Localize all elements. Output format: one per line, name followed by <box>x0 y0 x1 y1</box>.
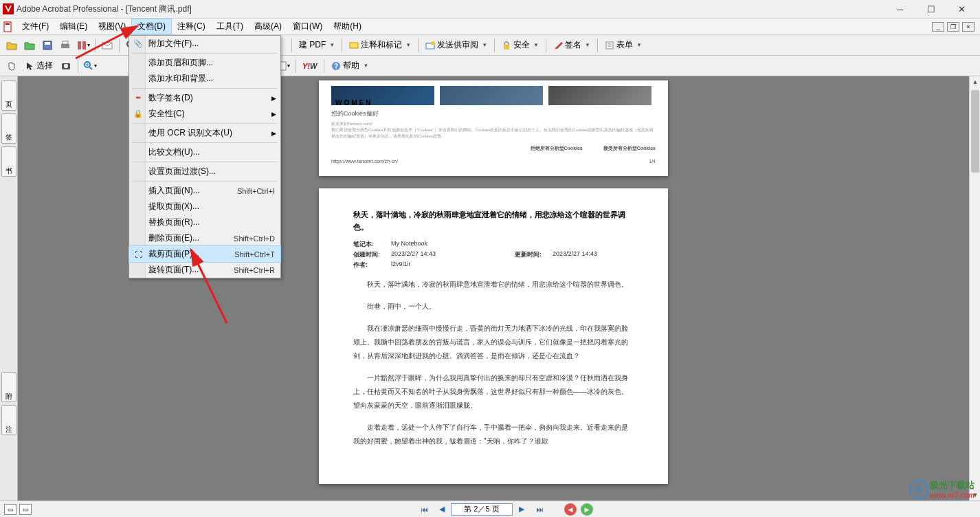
yw-button[interactable]: Y!W <box>299 58 320 74</box>
window-controls: ─ ☐ ✕ <box>884 0 977 18</box>
print-button[interactable] <box>57 37 74 54</box>
submenu-arrow-icon: ▶ <box>271 95 276 102</box>
menu-document[interactable]: 文档(D) <box>131 19 172 34</box>
watermark-url: www.xz7.com <box>930 492 975 499</box>
sign-button[interactable]: 签名▼ <box>549 38 594 52</box>
last-page-button[interactable]: ⏭ <box>532 503 547 516</box>
maximize-button[interactable]: ☐ <box>915 0 946 18</box>
forward-view-button[interactable]: ► <box>581 503 593 516</box>
svg-rect-16 <box>606 42 613 49</box>
select-tool-button[interactable]: 选择 <box>21 58 57 73</box>
cookie-pref-title: 您的Cookies偏好 <box>331 109 656 118</box>
annotate-button[interactable]: 注释和标记▼ <box>345 38 415 52</box>
menu-security[interactable]: 🔒安全性(C)▶ <box>129 106 280 122</box>
menu-page-transitions[interactable]: 设置页面过渡(S)... <box>129 164 280 179</box>
para-2: 街巷，雨中，一个人。 <box>353 300 634 314</box>
save-button[interactable] <box>39 37 56 54</box>
view-mode-1-button[interactable]: ▭ <box>4 504 16 515</box>
mdi-minimize[interactable]: _ <box>932 22 944 32</box>
back-view-button[interactable]: ◄ <box>564 503 577 516</box>
help-label: 帮助 <box>343 60 359 72</box>
comments-tab[interactable]: 注 <box>1 405 16 435</box>
author-label: 作者: <box>353 261 391 270</box>
para-1: 秋天，落叶满地，冷寂的秋雨肆意地宣泄着它的情绪，用悲凉给这个喧嚣的世界调色。 <box>353 278 634 292</box>
help-button[interactable]: ?帮助▼ <box>327 58 372 73</box>
mdi-restore[interactable]: ❐ <box>947 22 959 32</box>
select-label: 选择 <box>36 60 53 72</box>
menu-comment[interactable]: 注释(C) <box>172 19 211 34</box>
page1-number: 1/4 <box>649 159 656 164</box>
menu-file[interactable]: 文件(F) <box>16 19 54 34</box>
svg-rect-8 <box>82 41 86 50</box>
vertical-scrollbar[interactable]: ▲ ▼ <box>969 76 980 500</box>
menu-replace-pages[interactable]: 替换页面(R)... <box>129 214 280 230</box>
page2-title: 秋天，落叶满地，冷寂的秋雨肆意地宣泄着它的情绪，用悲凉给这个喧嚣的世界调色。 <box>353 209 634 233</box>
mdi-close[interactable]: × <box>962 22 975 32</box>
page-number-input[interactable] <box>451 503 513 516</box>
created-value: 2023/2/27 14:43 <box>391 250 474 259</box>
pages-tab[interactable]: 页 <box>1 80 16 111</box>
menu-advanced[interactable]: 高级(A) <box>249 19 287 34</box>
menu-rotate-pages[interactable]: 旋转页面(T)...Shift+Ctrl+R <box>129 262 280 278</box>
first-page-button[interactable]: ⏮ <box>416 503 432 516</box>
menu-insert-pages[interactable]: 插入页面(N)...Shift+Ctrl+I <box>129 183 280 199</box>
menu-extract-pages[interactable]: 提取页面(X)... <box>129 199 280 214</box>
cookie-reject-button: 拒绝所有分析型Cookies <box>531 145 583 152</box>
svg-rect-6 <box>63 41 68 44</box>
security-button[interactable]: 安全▼ <box>498 38 543 52</box>
forms-label: 表单 <box>616 39 633 51</box>
menu-add-header-footer[interactable]: 添加页眉和页脚... <box>129 55 280 71</box>
open-button[interactable] <box>3 37 20 54</box>
signatures-tab[interactable]: 签 <box>1 113 16 144</box>
pdf-page-2: 秋天，落叶满地，冷寂的秋雨肆意地宣泄着它的情绪，用悲凉给这个喧嚣的世界调色。 笔… <box>319 188 668 484</box>
cookie-body-text: 我们希望使用分析型Cookies和其他类似技术（"Cookies"）来改善我们的… <box>331 127 656 140</box>
minimize-button[interactable]: ─ <box>884 0 915 18</box>
para-5: 走着走着，远处一个人停下了自行车，手中攥着一把伞，匆匆向我走来。近看走来的是我的… <box>353 421 634 448</box>
pdf-page-1: 您的Cookies偏好 欢迎来到Tencent.com! 我们希望使用分析型Co… <box>319 80 668 176</box>
author-value: l2v9l1ir <box>391 261 411 270</box>
zoom-in-button[interactable]: ▾ <box>82 58 98 74</box>
paperclip-icon: 📎 <box>133 38 144 50</box>
menu-delete-pages[interactable]: 删除页面(E)...Shift+Ctrl+D <box>129 230 280 246</box>
forms-button[interactable]: 表单▼ <box>601 38 646 52</box>
watermark-logo-icon: G <box>909 480 928 499</box>
watermark-text: 极光下载站 <box>930 479 975 492</box>
menu-ocr[interactable]: 使用 OCR 识别文本(U)▶ <box>129 125 280 141</box>
view-mode-2-button[interactable]: ▭ <box>19 504 32 515</box>
submenu-arrow-icon: ▶ <box>271 130 276 137</box>
mdi-controls: _ ❐ × <box>932 22 977 32</box>
menu-edit[interactable]: 编辑(E) <box>54 19 93 34</box>
document-icon <box>3 21 14 32</box>
svg-rect-12 <box>350 43 358 48</box>
menu-attach-file[interactable]: 📎附加文件(F)... <box>129 36 280 52</box>
menu-add-watermark[interactable]: 添加水印和背景... <box>129 71 280 87</box>
navigation-panel: 页 签 书 附 注 <box>0 76 18 500</box>
security-label: 安全 <box>513 39 530 51</box>
bookmarks-tab[interactable]: 书 <box>1 146 16 177</box>
menu-view[interactable]: 视图(V) <box>93 19 131 34</box>
snapshot-tool-button[interactable] <box>58 58 74 74</box>
next-page-button[interactable]: ▶ <box>514 503 529 516</box>
email-button[interactable] <box>99 37 115 54</box>
menu-help[interactable]: 帮助(H) <box>328 19 367 34</box>
close-button[interactable]: ✕ <box>946 0 977 18</box>
svg-rect-4 <box>45 42 50 45</box>
hand-tool-button[interactable] <box>3 58 20 74</box>
menubar: 文件(F) 编辑(E) 视图(V) 文档(D) 注释(C) 工具(T) 高级(A… <box>0 19 980 35</box>
document-menu-dropdown: 📎附加文件(F)... 添加页眉和页脚... 添加水印和背景... ✒数字签名(… <box>129 35 281 278</box>
menu-tools[interactable]: 工具(T) <box>211 19 249 34</box>
scroll-up-icon[interactable]: ▲ <box>970 76 980 87</box>
notebook-label: 笔记本: <box>353 240 391 249</box>
attachments-tab[interactable]: 附 <box>1 372 16 402</box>
menu-compare-docs[interactable]: 比较文档(U)... <box>129 144 280 160</box>
scroll-thumb[interactable] <box>971 90 979 173</box>
prev-page-button[interactable]: ◀ <box>434 503 449 516</box>
organizer-button[interactable]: ▾ <box>75 37 91 54</box>
folder-button[interactable] <box>21 37 38 54</box>
menu-window[interactable]: 窗口(W) <box>287 19 328 34</box>
svg-rect-0 <box>3 3 14 14</box>
menu-digital-signature[interactable]: ✒数字签名(D)▶ <box>129 90 280 106</box>
menu-crop-pages[interactable]: ⛶裁剪页面(P)...Shift+Ctrl+T <box>129 246 280 262</box>
create-pdf-button[interactable]: 建 PDF▼ <box>295 38 339 52</box>
send-review-button[interactable]: 发送供审阅▼ <box>421 38 491 52</box>
